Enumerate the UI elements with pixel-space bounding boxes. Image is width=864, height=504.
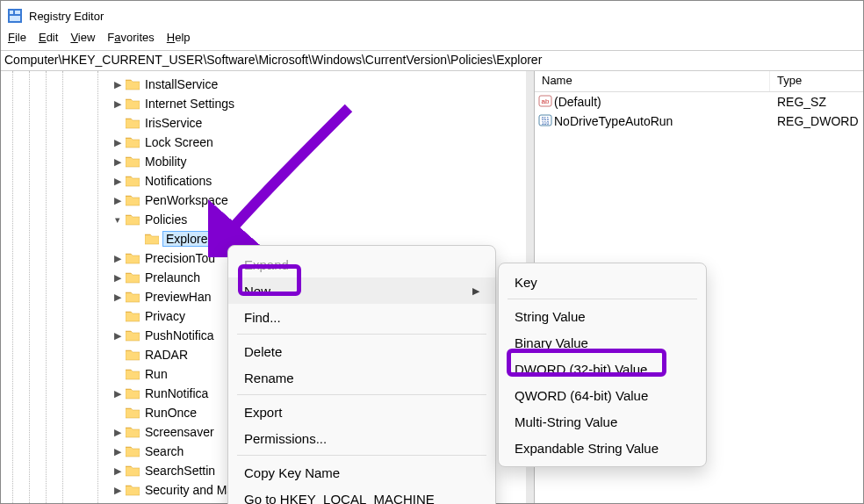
folder-icon	[126, 387, 140, 400]
tree-item-label: InstallService	[143, 77, 220, 91]
tree-item[interactable]: ▾Policies	[1, 210, 534, 229]
chevron-right-icon: ▶	[472, 285, 479, 297]
sub-multi-string-value[interactable]: Multi-String Value	[499, 408, 706, 435]
tree-item-label: Internet Settings	[143, 97, 236, 111]
tree-expander-icon[interactable]: ▶	[112, 292, 124, 303]
tree-expander-icon[interactable]: ▶	[112, 272, 124, 284]
ctx-permissions[interactable]: Permissions...	[228, 425, 495, 451]
sub-dword-value[interactable]: DWORD (32-bit) Value	[499, 356, 706, 382]
menu-help[interactable]: Help	[167, 31, 191, 50]
ctx-delete[interactable]: Delete	[228, 338, 495, 364]
tree-item-label: Screensaver	[143, 425, 216, 439]
tree-item-label: Privacy	[143, 309, 187, 323]
window-title: Registry Editor	[29, 10, 104, 23]
tree-expander-icon[interactable]: ▶	[112, 427, 124, 438]
tree-item-label: PushNotifica	[143, 328, 216, 342]
address-text: Computer\HKEY_CURRENT_USER\Software\Micr…	[4, 53, 542, 67]
folder-icon	[126, 426, 140, 438]
folder-icon	[126, 213, 140, 226]
tree-item[interactable]: ▶PenWorkspace	[1, 191, 534, 210]
sub-key[interactable]: Key	[499, 269, 706, 295]
folder-icon	[126, 194, 140, 206]
ctx-expand: Expand	[228, 251, 495, 277]
folder-icon	[126, 464, 140, 477]
folder-icon	[126, 136, 140, 148]
value-row[interactable]: 011110NoDriveTypeAutoRunREG_DWORD	[535, 112, 863, 131]
svg-rect-3	[10, 16, 20, 21]
menu-view[interactable]: View	[70, 31, 95, 50]
sub-expandable-string-value[interactable]: Expandable String Value	[499, 435, 706, 461]
tree-expander-icon[interactable]: ▶	[112, 176, 124, 187]
tree-expander-icon[interactable]: ▾	[112, 214, 124, 226]
tree-item-label: RADAR	[143, 348, 190, 362]
value-type: REG_DWORD	[770, 114, 863, 128]
svg-rect-2	[15, 11, 20, 14]
tree-item[interactable]: ▶Internet Settings	[1, 94, 534, 113]
menu-edit[interactable]: Edit	[39, 31, 58, 50]
tree-item-label: SearchSettin	[143, 464, 217, 478]
folder-icon	[126, 117, 140, 129]
ctx-find[interactable]: Find...	[228, 304, 495, 330]
svg-rect-1	[10, 11, 13, 14]
column-header-name[interactable]: Name	[535, 71, 770, 91]
ctx-new[interactable]: New ▶	[228, 277, 495, 304]
tree-item-label: IrisService	[143, 116, 204, 130]
folder-icon	[126, 291, 140, 303]
ctx-go-to-hklm[interactable]: Go to HKEY_LOCAL_MACHINE	[228, 486, 495, 504]
registry-editor-window: Registry Editor File Edit View Favorites…	[0, 0, 864, 504]
folder-icon	[126, 252, 140, 264]
value-row[interactable]: ab(Default)REG_SZ	[535, 92, 863, 112]
tree-expander-icon[interactable]: ▶	[112, 137, 124, 148]
svg-text:110: 110	[542, 120, 550, 126]
column-header-type[interactable]: Type	[770, 71, 863, 91]
address-bar[interactable]: Computer\HKEY_CURRENT_USER\Software\Micr…	[1, 50, 863, 71]
ctx-copy-key-name[interactable]: Copy Key Name	[228, 459, 495, 486]
tree-item[interactable]: ▶InstallService	[1, 75, 534, 94]
folder-icon	[126, 78, 140, 90]
tree-expander-icon[interactable]: ▶	[112, 465, 124, 477]
tree-expander-icon[interactable]: ▶	[112, 253, 124, 264]
tree-item-label: Explorer	[162, 231, 215, 247]
tree-item-label: Run	[143, 367, 169, 381]
titlebar[interactable]: Registry Editor	[1, 1, 863, 31]
tree-item-label: Search	[143, 444, 185, 458]
context-submenu-new: Key String Value Binary Value DWORD (32-…	[498, 263, 707, 467]
sub-binary-value[interactable]: Binary Value	[499, 329, 706, 356]
ctx-export[interactable]: Export	[228, 399, 495, 425]
regedit-icon	[8, 9, 22, 23]
menu-favorites[interactable]: Favorites	[107, 31, 154, 50]
menu-file[interactable]: File	[8, 31, 26, 50]
folder-icon	[126, 155, 140, 168]
ctx-rename[interactable]: Rename	[228, 364, 495, 391]
tree-expander-icon[interactable]: ▶	[112, 388, 124, 400]
folder-icon	[126, 484, 140, 496]
folder-icon	[126, 368, 140, 380]
tree-expander-icon[interactable]: ▶	[112, 195, 124, 206]
tree-item-label: PrecisionTou	[143, 251, 217, 265]
tree-item-label: Mobility	[143, 155, 188, 169]
tree-item[interactable]: IrisService	[1, 113, 534, 133]
folder-icon	[145, 233, 159, 245]
tree-expander-icon[interactable]: ▶	[112, 485, 124, 496]
tree-item-label: PenWorkspace	[143, 193, 230, 207]
tree-item-label: Policies	[143, 212, 189, 227]
tree-item[interactable]: ▶Mobility	[1, 152, 534, 171]
tree-item[interactable]: ▶Notifications	[1, 171, 534, 191]
tree-expander-icon[interactable]: ▶	[112, 330, 124, 342]
folder-icon	[126, 349, 140, 361]
value-name: (Default)	[552, 95, 770, 109]
tree-expander-icon[interactable]: ▶	[112, 156, 124, 168]
sub-string-value[interactable]: String Value	[499, 303, 706, 329]
dword-value-icon: 011110	[535, 113, 552, 130]
sub-qword-value[interactable]: QWORD (64-bit) Value	[499, 382, 706, 408]
tree-item[interactable]: ▶Lock Screen	[1, 133, 534, 152]
tree-item-label: PreviewHan	[143, 290, 212, 304]
tree-expander-icon[interactable]: ▶	[112, 446, 124, 457]
svg-text:ab: ab	[542, 97, 550, 105]
tree-expander-icon[interactable]: ▶	[112, 79, 124, 90]
tree-item-label: Notifications	[143, 174, 213, 188]
tree-item-label: RunNotifica	[143, 386, 210, 400]
tree-expander-icon[interactable]: ▶	[112, 98, 124, 110]
folder-icon	[126, 445, 140, 457]
tree-item-label: Lock Screen	[143, 135, 215, 149]
